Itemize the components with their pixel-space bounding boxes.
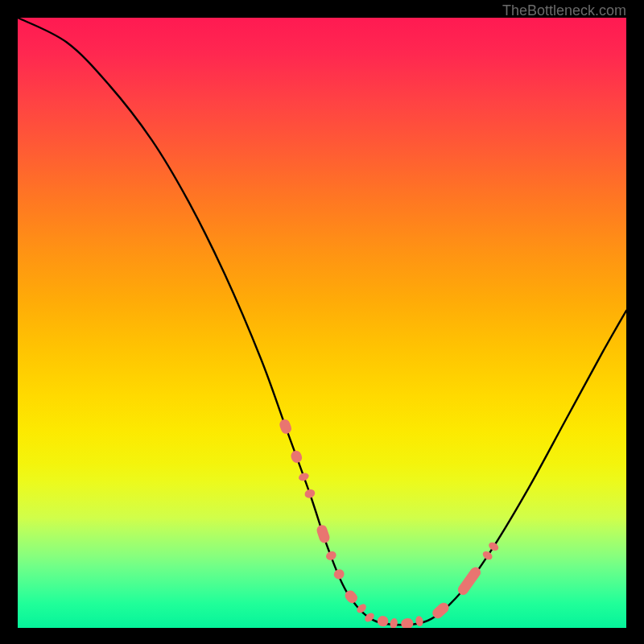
data-markers — [278, 418, 500, 628]
marker — [324, 550, 337, 562]
marker — [298, 472, 310, 482]
marker — [456, 565, 482, 597]
marker — [487, 541, 500, 552]
marker — [316, 523, 331, 544]
marker — [415, 615, 423, 627]
marker — [332, 568, 346, 580]
marker — [400, 617, 414, 628]
marker — [290, 449, 303, 464]
attribution-text: TheBottleneck.com — [502, 2, 626, 19]
marker — [389, 617, 398, 628]
marker — [355, 602, 368, 614]
bottleneck-chart: TheBottleneck.com — [0, 0, 644, 644]
marker — [303, 488, 316, 499]
marker — [278, 418, 292, 435]
marker — [481, 549, 494, 561]
marker — [363, 611, 376, 623]
curve-svg — [18, 18, 626, 628]
marker — [377, 615, 390, 627]
